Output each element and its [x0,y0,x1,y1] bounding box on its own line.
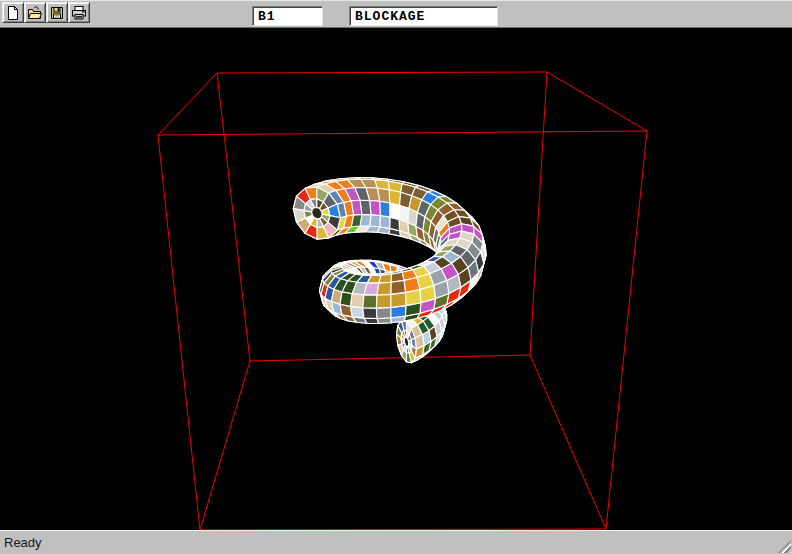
block-id-input[interactable] [252,6,323,26]
status-bar: Ready [0,530,792,554]
blockage-spiral-object [293,178,486,363]
toolbar-button-group [2,2,90,23]
open-folder-icon [27,5,43,21]
viewport-3d[interactable] [0,28,792,530]
save-button[interactable] [46,2,68,23]
new-document-icon [5,5,21,21]
save-floppy-icon [49,5,65,21]
print-button[interactable] [68,2,90,23]
new-button[interactable] [2,2,24,23]
resize-grip[interactable] [778,540,791,553]
toolbar [0,0,792,28]
printer-icon [71,5,87,21]
status-text: Ready [0,535,42,550]
block-name-input[interactable] [349,6,498,26]
open-button[interactable] [24,2,46,23]
application-window: Ready [0,0,792,554]
